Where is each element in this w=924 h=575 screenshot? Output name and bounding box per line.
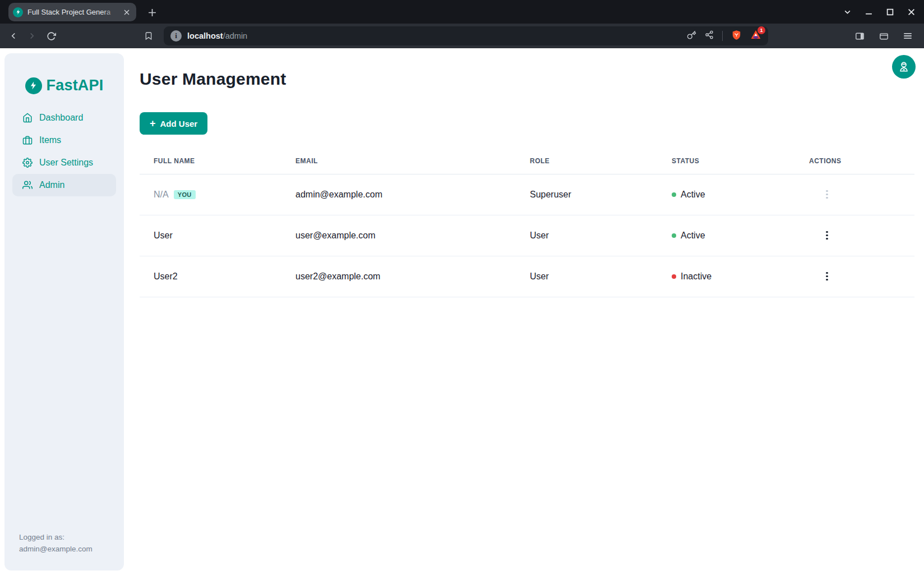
- briefcase-icon: [22, 135, 33, 145]
- share-icon[interactable]: [705, 30, 714, 42]
- cell-full-name: User2: [140, 256, 281, 297]
- add-user-label: Add User: [160, 119, 198, 128]
- tab-close-icon[interactable]: [122, 7, 132, 17]
- side-panel-icon[interactable]: [851, 27, 868, 44]
- cell-email: user2@example.com: [281, 256, 516, 297]
- browser-toolbar: i localhost/admin 1: [0, 24, 924, 48]
- column-header-status: STATUS: [658, 148, 795, 174]
- window-maximize-button[interactable]: [886, 8, 894, 16]
- page-title: User Management: [140, 70, 286, 89]
- cell-full-name: N/AYOU: [140, 174, 281, 215]
- tab-title: Full Stack Project Genera: [27, 8, 117, 16]
- fastapi-logo: FastAPI: [25, 77, 104, 94]
- sidebar-item-items[interactable]: Items: [12, 129, 116, 151]
- row-actions-kebab-icon[interactable]: [820, 268, 834, 285]
- sidebar-item-label: Dashboard: [39, 113, 83, 123]
- row-actions-kebab-icon[interactable]: [820, 227, 834, 244]
- menu-hamburger-icon[interactable]: [899, 27, 916, 44]
- cell-status: Active: [658, 215, 795, 256]
- back-button[interactable]: [5, 27, 22, 44]
- status-dot-icon: [672, 233, 676, 238]
- status-dot-icon: [672, 192, 676, 197]
- cell-actions: [795, 256, 914, 297]
- users-table: FULL NAMEEMAILROLESTATUSACTIONS N/AYOU a…: [140, 148, 914, 297]
- cell-role: Superuser: [516, 174, 658, 215]
- you-badge: YOU: [174, 190, 196, 199]
- site-info-icon[interactable]: i: [170, 30, 182, 42]
- forward-button[interactable]: [24, 27, 40, 44]
- cell-actions: [795, 174, 914, 215]
- new-tab-button[interactable]: [145, 5, 159, 20]
- user-avatar-button[interactable]: [892, 55, 916, 79]
- table-row: User2 user2@example.com User Inactive: [140, 256, 914, 297]
- sidebar-nav: DashboardItemsUser SettingsAdmin: [4, 107, 124, 196]
- window-close-button[interactable]: [908, 8, 915, 16]
- url-host: localhost: [187, 31, 223, 40]
- logged-in-label: Logged in as:: [19, 531, 113, 543]
- sidebar-item-label: Admin: [39, 180, 64, 190]
- sidebar-item-user-settings[interactable]: User Settings: [12, 151, 116, 174]
- window-minimize-button[interactable]: [865, 8, 872, 16]
- brave-rewards-icon[interactable]: 1: [750, 29, 761, 43]
- table-row: User user@example.com User Active: [140, 215, 914, 256]
- app-content: FastAPI DashboardItemsUser SettingsAdmin…: [0, 48, 924, 575]
- gear-icon: [22, 158, 33, 168]
- row-actions-kebab-icon[interactable]: [820, 186, 834, 203]
- cell-email: user@example.com: [281, 215, 516, 256]
- fastapi-logo-icon: [25, 77, 42, 94]
- sidebar-item-admin[interactable]: Admin: [12, 174, 116, 196]
- tab-search-chevron-icon[interactable]: [844, 8, 851, 16]
- reload-button[interactable]: [43, 27, 59, 44]
- url-path: /admin: [223, 31, 248, 40]
- url-text: localhost/admin: [187, 31, 247, 40]
- cell-role: User: [516, 256, 658, 297]
- browser-tab[interactable]: Full Stack Project Genera: [8, 3, 136, 21]
- wallet-icon[interactable]: [875, 27, 892, 44]
- sidebar-item-dashboard[interactable]: Dashboard: [12, 107, 116, 129]
- users-icon: [22, 180, 33, 190]
- sidebar-item-label: Items: [39, 135, 61, 145]
- plus-icon: +: [150, 118, 156, 128]
- cell-role: User: [516, 215, 658, 256]
- cell-full-name: User: [140, 215, 281, 256]
- logged-in-email: admin@example.com: [19, 543, 113, 555]
- column-header-full-name: FULL NAME: [140, 148, 281, 174]
- cell-actions: [795, 215, 914, 256]
- home-icon: [22, 113, 33, 123]
- bookmark-icon[interactable]: [140, 27, 157, 44]
- sidebar-item-label: User Settings: [39, 158, 93, 168]
- column-header-actions: ACTIONS: [795, 148, 914, 174]
- table-row: N/AYOU admin@example.com Superuser Activ…: [140, 174, 914, 215]
- brave-shield-icon[interactable]: [731, 30, 742, 43]
- cell-status: Active: [658, 174, 795, 215]
- rewards-notification-badge: 1: [757, 26, 765, 34]
- table-header-row: FULL NAMEEMAILROLESTATUSACTIONS: [140, 148, 914, 174]
- fastapi-logo-text: FastAPI: [47, 77, 104, 94]
- url-bar[interactable]: i localhost/admin 1: [164, 26, 768, 45]
- password-key-icon[interactable]: [687, 30, 696, 42]
- divider: [722, 31, 723, 41]
- column-header-role: ROLE: [516, 148, 658, 174]
- browser-tab-bar: Full Stack Project Genera: [0, 0, 924, 24]
- fastapi-favicon-icon: [13, 7, 23, 17]
- add-user-button[interactable]: + Add User: [140, 112, 207, 135]
- logged-in-info: Logged in as: admin@example.com: [4, 531, 124, 571]
- cell-status: Inactive: [658, 256, 795, 297]
- cell-email: admin@example.com: [281, 174, 516, 215]
- column-header-email: EMAIL: [281, 148, 516, 174]
- sidebar: FastAPI DashboardItemsUser SettingsAdmin…: [4, 53, 124, 571]
- status-dot-icon: [672, 274, 676, 279]
